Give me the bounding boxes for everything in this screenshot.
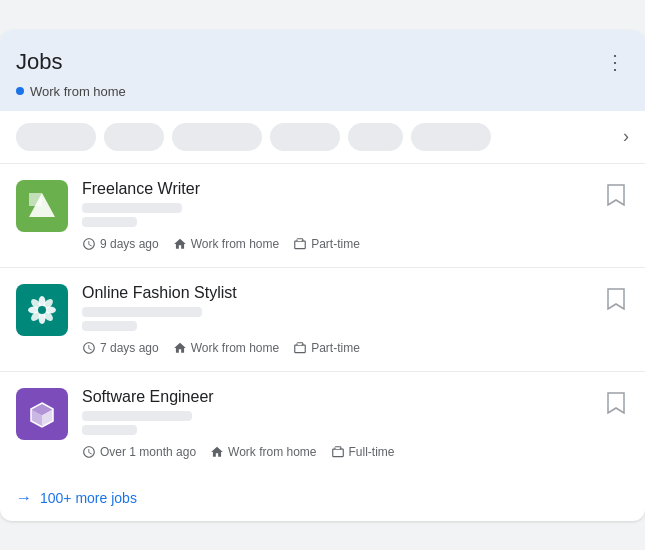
jobs-card: Jobs ⋮ Work from home › Freelanc: [0, 30, 645, 521]
filters-row: ›: [0, 111, 645, 164]
bookmark-button[interactable]: [603, 388, 629, 423]
arrow-right-icon: →: [16, 489, 32, 507]
job-info-software: Software Engineer Over 1 month ago Work …: [82, 388, 595, 459]
job-info-fashion: Online Fashion Stylist 7 days ago Work f…: [82, 284, 595, 355]
filter-pill-2[interactable]: [104, 123, 164, 151]
fashion-logo-icon: [25, 293, 59, 327]
job-type: Part-time: [293, 341, 360, 355]
job-meta: 7 days ago Work from home Part-time: [82, 341, 595, 355]
company-detail-placeholder: [82, 217, 137, 227]
filter-pill-3[interactable]: [172, 123, 262, 151]
table-row[interactable]: Online Fashion Stylist 7 days ago Work f…: [0, 268, 645, 372]
home-icon: [173, 237, 187, 251]
status-dot: [16, 87, 24, 95]
job-location: Work from home: [173, 341, 279, 355]
filters-chevron-right-icon[interactable]: ›: [623, 126, 629, 147]
more-jobs-row: → 100+ more jobs: [0, 475, 645, 521]
briefcase-icon: [293, 341, 307, 355]
job-time: 9 days ago: [82, 237, 159, 251]
bookmark-icon: [607, 392, 625, 414]
clock-icon: [82, 341, 96, 355]
page-title: Jobs: [16, 49, 62, 75]
company-detail-placeholder: [82, 425, 137, 435]
briefcase-icon: [331, 445, 345, 459]
job-time: 7 days ago: [82, 341, 159, 355]
job-type: Full-time: [331, 445, 395, 459]
filter-pill-1[interactable]: [16, 123, 96, 151]
job-time: Over 1 month ago: [82, 445, 196, 459]
job-location: Work from home: [173, 237, 279, 251]
table-row[interactable]: Freelance Writer 9 days ago Work from ho…: [0, 164, 645, 268]
company-name-placeholder: [82, 307, 202, 317]
svg-rect-1: [29, 193, 42, 206]
kebab-menu-icon[interactable]: ⋮: [601, 46, 629, 78]
job-list: Freelance Writer 9 days ago Work from ho…: [0, 164, 645, 475]
svg-point-10: [38, 306, 46, 314]
table-row[interactable]: Software Engineer Over 1 month ago Work …: [0, 372, 645, 475]
bookmark-button[interactable]: [603, 284, 629, 319]
bookmark-button[interactable]: [603, 180, 629, 215]
job-location: Work from home: [210, 445, 316, 459]
more-jobs-label: 100+ more jobs: [40, 490, 137, 506]
company-name-placeholder: [82, 411, 192, 421]
company-detail-placeholder: [82, 321, 137, 331]
filter-pill-6[interactable]: [411, 123, 491, 151]
software-logo-icon: [25, 397, 59, 431]
company-logo-fashion: [16, 284, 68, 336]
bookmark-icon: [607, 288, 625, 310]
header-top: Jobs ⋮: [16, 46, 629, 78]
more-jobs-link[interactable]: → 100+ more jobs: [16, 489, 137, 507]
company-logo-freelance: [16, 180, 68, 232]
home-icon: [210, 445, 224, 459]
job-meta: 9 days ago Work from home Part-time: [82, 237, 595, 251]
freelance-logo-icon: [25, 189, 59, 223]
job-type: Part-time: [293, 237, 360, 251]
header: Jobs ⋮ Work from home: [0, 30, 645, 111]
filter-pill-4[interactable]: [270, 123, 340, 151]
clock-icon: [82, 237, 96, 251]
filter-pill-5[interactable]: [348, 123, 403, 151]
company-logo-software: [16, 388, 68, 440]
bookmark-icon: [607, 184, 625, 206]
job-info-freelance: Freelance Writer 9 days ago Work from ho…: [82, 180, 595, 251]
briefcase-icon: [293, 237, 307, 251]
job-title: Online Fashion Stylist: [82, 284, 595, 302]
subtitle-text: Work from home: [30, 84, 126, 99]
company-name-placeholder: [82, 203, 182, 213]
header-subtitle: Work from home: [16, 84, 629, 99]
home-icon: [173, 341, 187, 355]
clock-icon: [82, 445, 96, 459]
job-title: Freelance Writer: [82, 180, 595, 198]
job-meta: Over 1 month ago Work from home Full-tim…: [82, 445, 595, 459]
job-title: Software Engineer: [82, 388, 595, 406]
